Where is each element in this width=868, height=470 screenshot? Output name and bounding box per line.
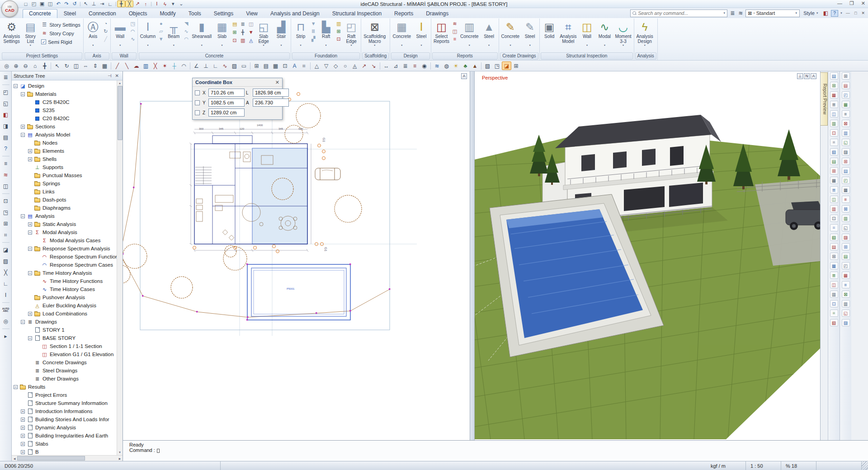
report-tool-icon[interactable]: ≡	[842, 110, 850, 118]
report-tool-icon[interactable]: ▤	[830, 72, 838, 80]
ribbon-concrete[interactable]: ▥Concrete▾	[459, 19, 480, 52]
tree-item-springs[interactable]: Springs	[12, 179, 123, 188]
small-tool-icon[interactable]: ≡	[451, 36, 458, 42]
ribbon-column[interactable]: ⅠColumn▾	[139, 19, 157, 52]
report-tool-icon[interactable]: ⊞	[842, 243, 850, 250]
report-tool-icon[interactable]: ▦	[842, 101, 850, 108]
expand-toggle[interactable]: −	[28, 230, 32, 235]
report-tool-icon[interactable]: ▧	[830, 319, 838, 326]
zoom-extents-icon[interactable]: ⌂	[30, 61, 40, 70]
ribbon-select-reports[interactable]: ◫Select Reports	[432, 19, 451, 52]
resize-grip[interactable]	[862, 461, 868, 470]
doc-restore-button[interactable]: □	[853, 11, 858, 15]
story-copy-icon[interactable]: ≋	[1, 171, 10, 179]
tree-item-modal-analysis-cases[interactable]: ΣModal Analysis Cases	[12, 236, 123, 244]
chart-bars-icon[interactable]: ▥	[141, 61, 151, 70]
report-tool-icon[interactable]: ⊠	[842, 120, 850, 127]
tree-item-euler-buckling-analysis[interactable]: ◬Euler Buckling Analysis	[12, 301, 123, 310]
report-tool-icon[interactable]: ▦	[842, 186, 850, 193]
new-file-icon[interactable]: □	[22, 0, 30, 7]
tab-concrete[interactable]: Concrete	[23, 9, 57, 18]
report-tool-icon[interactable]: ▦	[842, 272, 850, 279]
scroll-left-icon[interactable]: ◀	[12, 457, 17, 460]
mirror-icon[interactable]: ◫	[71, 61, 81, 70]
tree-vertical-scrollbar[interactable]: ▲ ▼	[117, 80, 123, 455]
report-tool-icon[interactable]: ◰	[842, 91, 850, 99]
pan-icon[interactable]: ╋	[40, 61, 49, 70]
report-tool-icon[interactable]: ▦	[830, 177, 838, 184]
ribbon-stair[interactable]: ▟Stair▾	[273, 19, 290, 52]
scale-indicator[interactable]: 1 : 50	[746, 461, 781, 470]
pin-icon[interactable]: ⊣	[106, 73, 113, 78]
report-tool-icon[interactable]: ▥	[842, 215, 850, 222]
snap-mid-icon[interactable]: ↑	[142, 0, 150, 7]
ribbon-strip[interactable]: ⊓Strip▾	[292, 19, 309, 52]
small-tool-icon[interactable]: ▤	[231, 21, 238, 27]
tree-item-structure-summary-information[interactable]: Structure Summary Information	[12, 399, 123, 407]
coordinate-box-close-icon[interactable]: ✕	[275, 80, 279, 85]
tree-item-elevation-g1-g1-elevation[interactable]: ◫Elevation G1 / G1 Elevation	[12, 350, 123, 358]
small-tool-icon[interactable]: ◥	[183, 20, 190, 27]
break-point-icon[interactable]: ╳	[151, 61, 160, 70]
coordinate-box-titlebar[interactable]: Coordinate Box ✕	[193, 78, 282, 87]
tree-item-project-errors[interactable]: Project Errors	[12, 391, 123, 399]
expand-toggle[interactable]: −	[21, 92, 25, 96]
save-icon[interactable]: ▣	[38, 0, 46, 7]
expand-toggle[interactable]: −	[21, 133, 25, 137]
tree-item-materials[interactable]: −Materials	[12, 90, 123, 98]
coordinate-box-dialog[interactable]: Coordinate Box ✕ X L Y	[192, 78, 283, 120]
elevation-icon[interactable]: ≡	[410, 61, 420, 70]
report-tool-icon[interactable]: ◫	[830, 196, 838, 203]
small-tool-icon[interactable]: ⊡	[335, 36, 342, 42]
pick-layers-icon[interactable]: ◰	[1, 88, 10, 96]
report-tool-icon[interactable]: ▤	[830, 158, 838, 165]
section-tool-icon[interactable]: Ⅰ	[153, 0, 161, 7]
report-tool-icon[interactable]: ▦	[830, 91, 838, 99]
object-table-icon[interactable]: ▤	[1, 133, 10, 141]
notes-icon[interactable]: ≡	[1, 160, 10, 168]
block-icon[interactable]: ⊡	[280, 61, 290, 70]
tree-item-steel-drawings[interactable]: ≣Steel Drawings	[12, 367, 123, 375]
triangle-down-icon[interactable]: ▽	[321, 61, 331, 70]
report-tool-icon[interactable]: ⊞	[830, 167, 838, 174]
rotate-view-icon[interactable]: ↻	[62, 61, 71, 70]
small-tool-icon[interactable]: ⊞	[335, 28, 342, 34]
small-tool-icon[interactable]: ╋	[239, 29, 246, 35]
z-lock-checkbox[interactable]	[195, 110, 200, 115]
tree-item-introduction-informations[interactable]: +Introduction Informations	[12, 407, 123, 415]
ribbon-story-settings[interactable]: ☰Story Settings	[39, 21, 82, 28]
camera-icon[interactable]: ◉	[420, 61, 429, 70]
revision-cloud-icon[interactable]: ☁	[132, 61, 141, 70]
plan-viewport[interactable]: 300 345 120 1400 345 420 G1 G1 P5001 A	[123, 71, 470, 440]
y-coordinate-field[interactable]	[208, 99, 245, 107]
scroll-up-icon[interactable]: ▲	[118, 80, 121, 86]
small-tool-icon[interactable]: ⊡	[231, 37, 238, 43]
tree-item-time-history-analysis[interactable]: −Time History Analysis	[12, 269, 123, 277]
edit-object-icon[interactable]: ◧	[1, 111, 10, 119]
pick-similar-icon[interactable]: ◱	[1, 99, 10, 108]
tab-objects[interactable]: Objects	[123, 9, 154, 18]
layer-list-icon[interactable]: ≣	[729, 10, 736, 16]
small-tool-icon[interactable]: ≣	[239, 21, 246, 27]
close-panel-icon[interactable]: ✕	[113, 73, 121, 78]
report-tool-icon[interactable]: ▥	[830, 291, 838, 298]
small-tool-icon[interactable]: ◫	[247, 21, 255, 27]
tab-analysis-and-design[interactable]: Analysis and Design	[264, 9, 326, 18]
tab-view[interactable]: View	[240, 9, 264, 18]
save-all-icon[interactable]: ◫	[46, 0, 54, 7]
report-tool-icon[interactable]: ▦	[830, 262, 838, 269]
expand-toggle[interactable]: +	[28, 149, 32, 153]
small-tool-icon[interactable]: ▥	[239, 37, 246, 43]
axis-button[interactable]: A	[811, 73, 816, 79]
ribbon-analysis-design[interactable]: ϟAnalysis Design▾	[635, 19, 655, 52]
perspective-toggle-icon[interactable]: ◪	[502, 61, 511, 70]
zoom-out-icon[interactable]: ⊖	[21, 61, 30, 70]
small-tool-icon[interactable]: ⊞	[231, 29, 238, 35]
small-tool-icon[interactable]: ◔	[102, 20, 109, 27]
report-tool-icon[interactable]: ◱	[842, 224, 850, 231]
report-tool-icon[interactable]: ▥	[842, 300, 850, 307]
expand-toggle[interactable]: −	[28, 336, 32, 340]
report-tool-icon[interactable]: ⌗	[830, 224, 838, 231]
tree-item-base-story[interactable]: −BASE STORY	[12, 334, 123, 342]
grid-table-icon[interactable]: ⊞	[252, 61, 261, 70]
